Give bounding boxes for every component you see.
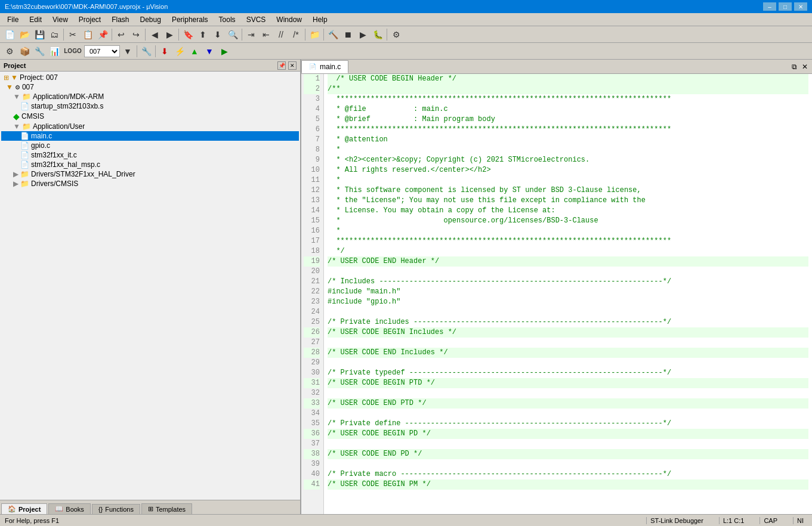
nav-back-btn[interactable]: ◀ bbox=[147, 28, 162, 41]
titlebar: E:\stm32cubework\007\MDK-ARM\007.uvprojx… bbox=[0, 0, 812, 13]
run2-btn[interactable]: ▶ bbox=[217, 45, 231, 58]
tree-item-11[interactable]: ▶ 📁 Drivers/CMSIS bbox=[1, 179, 299, 188]
menu-item-edit[interactable]: Edit bbox=[24, 14, 47, 25]
project-panel: Project 📌 ✕ ⊞ ▼ Project: 007▼ ⚙ 007▼ 📁 A… bbox=[0, 60, 301, 514]
tree-item-10[interactable]: ▶ 📁 Drivers/STM32F1xx_HAL_Driver bbox=[1, 169, 299, 179]
tab-close-btn[interactable]: ✕ bbox=[800, 62, 810, 72]
tab-float-btn[interactable]: ⧉ bbox=[789, 62, 799, 72]
indent-btn[interactable]: ⇥ bbox=[244, 28, 258, 41]
proj-tab-books[interactable]: 📖Books bbox=[48, 503, 91, 514]
close-button[interactable]: ✕ bbox=[794, 2, 807, 11]
main-area: Project 📌 ✕ ⊞ ▼ Project: 007▼ ⚙ 007▼ 📁 A… bbox=[0, 60, 812, 514]
project-tree: ⊞ ▼ Project: 007▼ ⚙ 007▼ 📁 Application/M… bbox=[0, 72, 300, 500]
toolbar2: ⚙ 📦 🔧 📊 LOGO 007 ▼ 🔧 ⬇ ⚡ ▲ ▼ ▶ bbox=[0, 43, 812, 60]
tb2-btn3[interactable]: 🔧 bbox=[32, 45, 47, 58]
cut-btn[interactable]: ✂ bbox=[66, 28, 80, 41]
copy-btn[interactable]: 📋 bbox=[81, 28, 95, 41]
stop-btn[interactable]: ⏹ bbox=[341, 28, 355, 41]
settings-btn[interactable]: ⚙ bbox=[389, 28, 403, 41]
new-file-btn[interactable]: 📄 bbox=[2, 28, 17, 41]
download-btn[interactable]: ⬇ bbox=[158, 45, 172, 58]
tree-item-3[interactable]: 📄 startup_stm32f103xb.s bbox=[1, 101, 299, 111]
unindent-btn[interactable]: ⇤ bbox=[259, 28, 273, 41]
maximize-button[interactable]: □ bbox=[779, 2, 792, 11]
statusbar-caps: CAP bbox=[759, 517, 781, 524]
tab-file-icon: 📄 bbox=[309, 63, 316, 70]
tree-item-9[interactable]: 📄 stm32f1xx_hal_msp.c bbox=[1, 160, 299, 169]
menu-item-svcs[interactable]: SVCS bbox=[242, 14, 271, 25]
menu-item-project[interactable]: Project bbox=[74, 14, 106, 25]
build-btn[interactable]: 🔨 bbox=[326, 28, 340, 41]
proj-tab-functions[interactable]: {}Functions bbox=[92, 504, 140, 514]
prev-loc-btn[interactable]: ⬆ bbox=[196, 28, 210, 41]
target-dropdown[interactable]: 007 bbox=[84, 45, 120, 57]
editor-tab-controls: ⧉ ✕ bbox=[789, 62, 812, 72]
tb2-logo-btn[interactable]: LOGO bbox=[62, 45, 84, 58]
project-header-controls: 📌 ✕ bbox=[277, 61, 297, 70]
menu-item-window[interactable]: Window bbox=[271, 14, 307, 25]
debug-btn[interactable]: 🐛 bbox=[371, 28, 385, 41]
paste-btn[interactable]: 📌 bbox=[95, 28, 110, 41]
sep1 bbox=[63, 29, 64, 41]
tb2-btn4[interactable]: 📊 bbox=[47, 45, 61, 58]
statusbar-ni: NI bbox=[793, 517, 807, 524]
tree-item-6[interactable]: 📄 main.c bbox=[1, 131, 299, 141]
tree-item-1[interactable]: ▼ ⚙ 007 bbox=[1, 82, 299, 92]
menubar: FileEditViewProjectFlashDebugPeripherals… bbox=[0, 13, 812, 26]
sep-tb2 bbox=[137, 45, 137, 57]
bookmark-btn[interactable]: 🔖 bbox=[181, 28, 195, 41]
tree-item-2[interactable]: ▼ 📁 Application/MDK-ARM bbox=[1, 92, 299, 101]
project-close-btn[interactable]: ✕ bbox=[288, 61, 297, 70]
tree-item-8[interactable]: 📄 stm32f1xx_it.c bbox=[1, 150, 299, 160]
save-btn[interactable]: 💾 bbox=[32, 28, 47, 41]
project-panel-header: Project 📌 ✕ bbox=[0, 60, 300, 72]
nav-fwd-btn[interactable]: ▶ bbox=[162, 28, 177, 41]
menu-item-help[interactable]: Help bbox=[308, 14, 332, 25]
open-file2-btn[interactable]: 📁 bbox=[307, 28, 322, 41]
menu-item-peripherals[interactable]: Peripherals bbox=[167, 14, 213, 25]
tb2-dropdown-btn[interactable]: ▼ bbox=[121, 45, 135, 58]
open-btn[interactable]: 📂 bbox=[17, 28, 32, 41]
tree-item-4[interactable]: ◆ CMSIS bbox=[1, 111, 299, 122]
statusbar-debugger: ST-Link Debugger bbox=[646, 517, 707, 524]
line-numbers: 1234567891011121314151617181920212223242… bbox=[301, 74, 324, 514]
editor-area: 📄 main.c ⧉ ✕ 123456789101112131415161718… bbox=[301, 60, 812, 514]
tree-item-7[interactable]: 📄 gpio.c bbox=[1, 141, 299, 150]
tb2-settings2-btn[interactable]: 🔧 bbox=[139, 45, 153, 58]
sep7 bbox=[323, 29, 324, 41]
menu-item-file[interactable]: File bbox=[2, 14, 23, 25]
sep8 bbox=[387, 29, 387, 41]
proj-tab-project[interactable]: 🏠Project bbox=[1, 503, 47, 514]
find-btn[interactable]: 🔍 bbox=[226, 28, 240, 41]
statusbar-help: For Help, press F1 bbox=[5, 517, 59, 524]
sep5 bbox=[242, 29, 242, 41]
green-btn[interactable]: ▲ bbox=[187, 45, 202, 58]
tree-item-5[interactable]: ▼ 📁 Application/User bbox=[1, 122, 299, 131]
minimize-button[interactable]: – bbox=[763, 2, 776, 11]
menu-item-debug[interactable]: Debug bbox=[135, 14, 166, 25]
project-pin-btn[interactable]: 📌 bbox=[277, 61, 286, 70]
run-btn[interactable]: ▶ bbox=[356, 28, 370, 41]
sep2 bbox=[112, 29, 112, 41]
flash-btn[interactable]: ⚡ bbox=[172, 45, 187, 58]
editor-tab-main[interactable]: 📄 main.c bbox=[301, 60, 348, 73]
menu-item-view[interactable]: View bbox=[48, 14, 73, 25]
undo-btn[interactable]: ↩ bbox=[114, 28, 128, 41]
uncomment-btn[interactable]: /* bbox=[289, 28, 303, 41]
tb2-btn2[interactable]: 📦 bbox=[17, 45, 32, 58]
titlebar-title: E:\stm32cubework\007\MDK-ARM\007.uvprojx… bbox=[5, 3, 168, 10]
tree-item-0[interactable]: ⊞ ▼ Project: 007 bbox=[1, 73, 299, 82]
blue-btn[interactable]: ▼ bbox=[202, 45, 217, 58]
redo-btn[interactable]: ↪ bbox=[129, 28, 143, 41]
menu-item-flash[interactable]: Flash bbox=[107, 14, 134, 25]
code-content[interactable]: /* USER CODE BEGIN Header *//** ********… bbox=[324, 74, 812, 514]
next-loc-btn[interactable]: ⬇ bbox=[211, 28, 225, 41]
proj-tab-templates[interactable]: ⊞Templates bbox=[141, 503, 192, 514]
tb2-btn1[interactable]: ⚙ bbox=[2, 45, 17, 58]
comment-btn[interactable]: // bbox=[274, 28, 288, 41]
editor-tabs: 📄 main.c ⧉ ✕ bbox=[301, 60, 812, 74]
menu-item-tools[interactable]: Tools bbox=[214, 14, 240, 25]
statusbar: For Help, press F1 ST-Link Debugger L:1 … bbox=[0, 514, 812, 526]
save-all-btn[interactable]: 🗂 bbox=[47, 28, 61, 41]
sep4 bbox=[178, 29, 179, 41]
